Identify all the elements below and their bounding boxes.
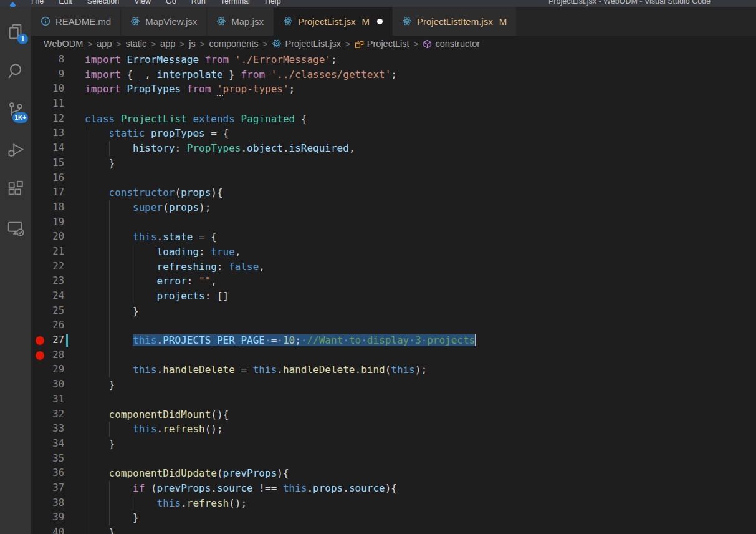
dirty-indicator[interactable] [377,19,383,24]
code-line-content[interactable]: refreshing: false, [85,260,265,274]
line-number[interactable]: 12 [31,112,64,127]
menu-help[interactable]: Help [257,0,289,7]
line-number[interactable]: 28 [31,348,64,363]
menu-edit[interactable]: Edit [51,0,80,7]
code-line-content[interactable]: this.refresh(); [85,496,247,511]
line-number[interactable]: 40 [31,525,64,534]
breadcrumb-item-components[interactable]: components [209,39,259,49]
breadcrumb-item-constructor[interactable]: constructor [423,39,480,49]
code-line-content[interactable]: import { _, interpolate } from '../class… [85,67,397,82]
code-line-content[interactable]: this.state = { [85,230,217,245]
breadcrumb-item-app[interactable]: app [160,39,175,49]
code-line-content[interactable]: if (prevProps.source !== this.props.sour… [85,481,397,496]
breadcrumb-item-static[interactable]: static [125,39,146,49]
code-token [187,113,193,125]
breadcrumb-item-projectlist.jsx[interactable]: ProjectList.jsx [272,39,340,49]
tab-mapview.jsx[interactable]: MapView.jsx [121,7,207,36]
code-line-content[interactable]: class ProjectList extends Paginated { [85,112,307,127]
code-line-content[interactable]: history: PropTypes.object.isRequired, [85,141,355,156]
code-line-content[interactable]: error: "", [85,274,217,289]
code-line-content[interactable]: this.PROJECTS_PER_PAGE·=·10;·//Want·to·d… [85,333,476,348]
code-line-content[interactable]: componentDidUpdate(prevProps){ [85,466,289,481]
line-number[interactable]: 17 [31,185,64,200]
run-and-debug-button[interactable] [0,130,31,169]
line-number[interactable]: 10 [31,82,64,97]
line-number[interactable]: 16 [31,171,64,186]
line-number[interactable]: 30 [31,377,64,392]
code-line-content[interactable]: componentDidMount(){ [85,407,229,422]
code-line-content[interactable]: } [85,437,115,452]
code-token: . [157,231,163,243]
line-number[interactable]: 24 [31,289,64,304]
breadcrumb-item-projectlist[interactable]: ProjectList [355,39,409,49]
line-number[interactable]: 33 [31,422,64,437]
line-number[interactable]: 8 [31,52,64,67]
line-number[interactable]: 14 [31,141,64,156]
line-number[interactable]: 26 [31,318,64,333]
line-number[interactable]: 11 [31,97,64,112]
code-line-content[interactable]: loading: true, [85,245,241,260]
menu-terminal[interactable]: Terminal [213,0,257,7]
line-number[interactable]: 32 [31,407,64,422]
explorer-button[interactable]: 1 [0,12,31,51]
code-token: { [121,69,139,80]
tab-readme.md[interactable]: README.md [31,7,121,36]
remote-explorer-button[interactable] [0,208,31,248]
code-line-content[interactable]: constructor(props){ [85,185,223,200]
menu-selection[interactable]: Selection [80,0,127,7]
code-line-content[interactable]: super(props); [85,200,211,215]
code-token: = [271,334,277,346]
line-number[interactable]: 9 [31,67,64,82]
line-number[interactable]: 13 [31,126,64,141]
code-line-content[interactable]: this.refresh(); [85,422,223,437]
menu-view[interactable]: View [127,0,158,7]
code-line-23: 23 error: "", [31,274,756,289]
line-number[interactable]: 37 [31,481,64,496]
line-number[interactable]: 27 [31,333,64,348]
code-line-content[interactable]: } [85,510,139,525]
code-editor[interactable]: 8import ErrorMessage from './ErrorMessag… [31,52,756,534]
line-number[interactable]: 19 [31,215,64,230]
menu-go[interactable]: Go [158,0,184,7]
breadcrumb-item-app[interactable]: app [97,39,112,49]
breadcrumb-item-webodm[interactable]: WebODM [44,39,83,49]
line-number[interactable]: 15 [31,156,64,171]
line-number[interactable]: 21 [31,245,64,260]
tab-projectlistitem.jsx[interactable]: ProjectListItem.jsxM [393,7,517,36]
code-line-content[interactable]: import ErrorMessage from './ErrorMessage… [85,52,337,67]
line-number[interactable]: 31 [31,392,64,407]
line-number[interactable]: 22 [31,260,64,274]
code-line-content[interactable]: } [85,377,115,392]
line-number[interactable]: 23 [31,274,64,289]
code-line-content[interactable]: import PropTypes from 'prop-types'; [85,82,295,97]
line-number[interactable]: 18 [31,200,64,215]
code-line-content[interactable]: static propTypes = { [85,126,229,141]
tab-map.jsx[interactable]: Map.jsx [207,7,274,36]
chevron-right-icon: > [116,39,121,49]
line-number[interactable]: 25 [31,304,64,319]
code-line-content[interactable]: } [85,156,115,171]
code-token [235,113,241,125]
activity-bar: 11K+ [0,7,31,534]
source-control-button[interactable]: 1K+ [0,90,31,130]
line-number[interactable]: 39 [31,510,64,525]
tab-projectlist.jsx[interactable]: ProjectList.jsxM [274,7,393,36]
menu-run[interactable]: Run [184,0,213,7]
code-line-content[interactable]: } [85,525,115,534]
code-line-39: 39 } [31,510,756,525]
code-line-content[interactable]: projects: [] [85,289,229,304]
code-line-content[interactable]: this.handleDelete = this.handleDelete.bi… [85,362,427,377]
extensions-button[interactable] [0,169,31,208]
line-number[interactable]: 38 [31,496,64,511]
breadcrumb-item-js[interactable]: js [189,39,195,49]
menu-file[interactable]: File [24,0,51,7]
code-token [211,83,217,95]
line-number[interactable]: 29 [31,362,64,377]
code-line-content[interactable]: } [85,304,139,319]
line-number[interactable]: 35 [31,452,64,467]
line-number[interactable]: 34 [31,437,64,452]
code-token: ( [175,187,181,198]
search-button[interactable] [0,51,31,90]
line-number[interactable]: 20 [31,230,64,245]
line-number[interactable]: 36 [31,466,64,481]
